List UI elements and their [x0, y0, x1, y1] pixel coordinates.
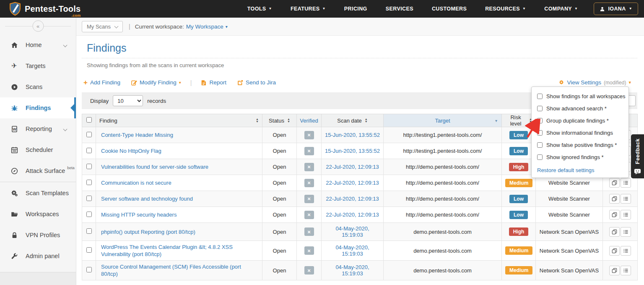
checkbox[interactable] — [537, 130, 543, 136]
sidebar-item-targets[interactable]: ✈Targets — [0, 55, 76, 76]
sidebar-item-findings[interactable]: Findings — [0, 97, 76, 118]
details-list-button[interactable] — [621, 266, 631, 275]
column-header-status[interactable]: Status▲▼ — [262, 114, 297, 127]
nav-item-services[interactable]: SERVICES — [386, 6, 413, 12]
details-list-button[interactable] — [621, 246, 631, 256]
scan-date-link[interactable]: 22-Jul-2020, 12:09:13 — [326, 196, 379, 202]
verified-x-badge[interactable]: × — [304, 227, 314, 236]
scan-date-link[interactable]: 04-May-2020, 15:19:03 — [335, 225, 369, 238]
sidebar-collapse-button[interactable]: « — [32, 21, 44, 32]
finding-link[interactable]: Server software and technology found — [101, 196, 193, 202]
verified-x-badge[interactable]: × — [304, 179, 314, 187]
scan-date-link[interactable]: 15-Jun-2020, 13:55:52 — [325, 148, 380, 154]
column-header-scan-date[interactable]: Scan date▲▼ — [322, 114, 384, 127]
row-checkbox[interactable] — [86, 247, 92, 253]
row-checkbox[interactable] — [86, 164, 92, 169]
verified-x-badge[interactable]: × — [304, 246, 314, 255]
view-settings-option-show-advanced-search[interactable]: Show advanced search * — [532, 102, 628, 115]
scan-date-link[interactable]: 22-Jul-2020, 12:09:13 — [326, 180, 379, 186]
sidebar-item-reporting[interactable]: WReporting — [0, 118, 76, 139]
checkbox[interactable] — [537, 94, 543, 99]
sidebar-item-scans[interactable]: Scans — [0, 76, 76, 97]
sidebar-item-scan-templates[interactable]: Scan Templates — [0, 183, 76, 204]
scan-date-link[interactable]: 22-Jul-2020, 12:09:13 — [326, 164, 379, 170]
sort-icon[interactable]: ▲▼ — [287, 118, 290, 123]
scan-date-link[interactable]: 22-Jul-2020, 12:09:13 — [326, 212, 379, 218]
column-header-finding[interactable]: Finding▲▼ — [96, 114, 262, 127]
brand-logo[interactable]: Pentest-Tools .com — [9, 2, 80, 16]
copy-button[interactable] — [609, 227, 620, 237]
sidebar-item-workspaces[interactable]: Workspaces — [0, 204, 76, 225]
verified-x-badge[interactable]: × — [304, 195, 314, 203]
row-checkbox[interactable] — [86, 212, 92, 217]
row-checkbox[interactable] — [86, 132, 92, 137]
add-finding-button[interactable]: + Add Finding — [83, 79, 120, 86]
display-records-select[interactable]: 10 — [113, 95, 143, 106]
finding-link[interactable]: Vulnerabilities found for server-side so… — [101, 164, 208, 170]
feedback-tab[interactable]: Feedback — [631, 134, 644, 178]
finding-link[interactable]: WordPress The Events Calendar Plugin &lt… — [101, 244, 233, 257]
nav-item-pricing[interactable]: PRICING — [344, 6, 367, 12]
user-menu-button[interactable]: IOANA ▼ — [594, 3, 638, 15]
row-checkbox[interactable] — [86, 196, 92, 201]
view-settings-option-show-ignored-findings[interactable]: Show ignored findings * — [532, 151, 628, 163]
sidebar-item-scheduler[interactable]: Scheduler — [0, 139, 76, 160]
scan-date-link[interactable]: 04-May-2020, 15:19:03 — [335, 264, 369, 277]
view-settings-option-show-informational-findings[interactable]: Show informational findings — [532, 127, 628, 139]
verified-x-badge[interactable]: × — [304, 147, 314, 155]
verified-x-badge[interactable]: × — [304, 266, 314, 275]
finding-link[interactable]: Communication is not secure — [101, 180, 171, 186]
view-settings-option-group-duplicate-findings[interactable]: Group duplicate findings * — [532, 115, 628, 127]
verified-x-badge[interactable]: × — [304, 211, 314, 219]
modify-finding-button[interactable]: Modify Finding ▾ — [131, 79, 181, 86]
scans-selector[interactable]: My Scans — [82, 21, 123, 32]
view-settings-option-show-false-positive-findings[interactable]: Show false positive findings * — [532, 139, 628, 151]
finding-link[interactable]: Missing HTTP security headers — [101, 212, 177, 218]
nav-item-customers[interactable]: CUSTOMERS — [432, 6, 467, 12]
row-checkbox[interactable] — [86, 148, 92, 153]
nav-item-resources[interactable]: RESOURCES▼ — [485, 6, 526, 12]
finding-link[interactable]: Content-Type Header Missing — [101, 132, 173, 138]
scan-date-link[interactable]: 04-May-2020, 15:19:03 — [335, 244, 369, 257]
sidebar-item-attack-surface[interactable]: Attack Surfacebeta — [0, 160, 76, 181]
workspace-selector[interactable]: My Workspace ▾ — [186, 24, 228, 30]
details-list-button[interactable] — [621, 178, 631, 188]
sort-desc-icon[interactable]: ▾ — [495, 118, 497, 123]
copy-button[interactable] — [609, 246, 620, 256]
restore-default-settings-link[interactable]: Restore default settings — [532, 163, 628, 176]
copy-button[interactable] — [609, 266, 620, 275]
copy-button[interactable] — [609, 178, 620, 188]
checkbox[interactable] — [537, 142, 543, 148]
finding-link[interactable]: phpinfo() output Reporting (port 80/tcp) — [101, 229, 195, 235]
details-list-button[interactable] — [621, 194, 631, 204]
verified-x-badge[interactable]: × — [304, 163, 314, 171]
details-list-button[interactable] — [621, 227, 631, 237]
verified-x-badge[interactable]: × — [304, 131, 314, 139]
sort-icon[interactable]: ▲▼ — [365, 118, 368, 123]
finding-link[interactable]: Cookie No HttpOnly Flag — [101, 148, 161, 154]
details-list-button[interactable] — [621, 210, 631, 220]
copy-button[interactable] — [609, 210, 620, 220]
column-header-verified[interactable]: Verified — [297, 114, 322, 127]
copy-button[interactable] — [609, 194, 620, 204]
view-settings-option-show-findings-for-all-workspaces[interactable]: Show findings for all workspaces — [532, 90, 628, 102]
report-button[interactable]: Report — [201, 79, 226, 86]
row-checkbox[interactable] — [86, 267, 92, 272]
nav-item-features[interactable]: FEATURES▼ — [291, 6, 326, 12]
sidebar-item-home[interactable]: Home — [0, 34, 76, 55]
sort-icon[interactable]: ▲▼ — [256, 118, 259, 123]
checkbox[interactable] — [537, 106, 543, 111]
nav-item-tools[interactable]: TOOLS▼ — [247, 6, 272, 12]
column-header-risk-level[interactable]: Risk level▲▼ — [502, 114, 536, 127]
column-header-target[interactable]: Target▾ — [384, 114, 502, 127]
select-all-checkbox[interactable] — [86, 117, 92, 123]
row-checkbox[interactable] — [86, 228, 92, 234]
nav-item-company[interactable]: COMPANY▼ — [544, 6, 578, 12]
finding-link[interactable]: Source Control Management (SCM) Files Ac… — [101, 264, 241, 277]
sidebar-item-vpn-profiles[interactable]: VPN Profiles — [0, 225, 76, 246]
scan-date-link[interactable]: 15-Jun-2020, 13:55:52 — [325, 132, 380, 138]
view-settings-trigger[interactable]: View Settings (modified) ▾ — [559, 79, 631, 86]
checkbox[interactable] — [537, 118, 543, 123]
row-checkbox[interactable] — [86, 180, 92, 185]
send-to-jira-button[interactable]: Send to Jira — [237, 79, 276, 86]
